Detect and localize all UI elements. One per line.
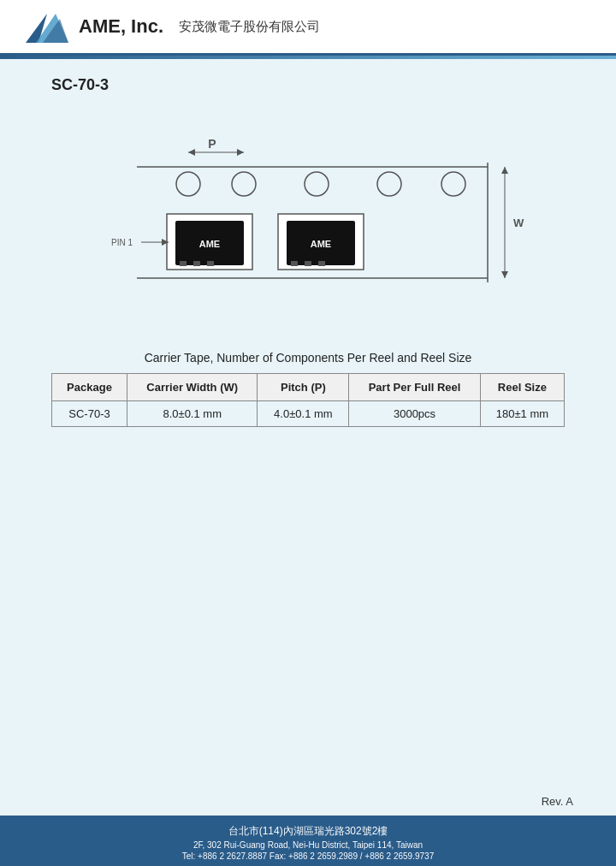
specifications-table: Package Carrier Width (W) Pitch (P) Part… (51, 373, 565, 427)
cell-package: SC-70-3 (52, 401, 127, 427)
svg-rect-19 (207, 261, 214, 266)
package-title: SC-70-3 (51, 76, 565, 94)
svg-marker-11 (188, 149, 195, 156)
col-header-width: Carrier Width (W) (127, 374, 258, 401)
company-logo (26, 10, 68, 43)
svg-rect-17 (180, 261, 187, 266)
cell-width: 8.0±0.1 mm (127, 401, 258, 427)
svg-rect-28 (318, 261, 325, 266)
table-title: Carrier Tape, Number of Components Per R… (51, 351, 565, 365)
page-footer: 台北市(114)內湖區瑞光路302號2樓 2F, 302 Rui-Guang R… (0, 816, 616, 866)
svg-marker-30 (501, 167, 508, 174)
svg-rect-27 (305, 261, 311, 266)
page-header: AME, Inc. 安茂微電子股份有限公司 (0, 0, 616, 56)
diagram-container: P AME PIN 1 AME (51, 111, 565, 325)
svg-text:AME: AME (311, 239, 331, 249)
table-header-row: Package Carrier Width (W) Pitch (P) Part… (52, 374, 565, 401)
table-row: SC-70-3 8.0±0.1 mm 4.0±0.1 mm 3000pcs 18… (52, 401, 565, 427)
cell-pitch: 4.0±0.1 mm (258, 401, 349, 427)
footer-tel: Tel: +886 2 2627.8887 Fax: +886 2 2659.2… (0, 851, 616, 861)
svg-point-5 (176, 172, 200, 196)
cell-reel: 180±1 mm (480, 401, 564, 427)
svg-text:AME: AME (199, 239, 220, 249)
svg-text:PIN 1: PIN 1 (111, 238, 133, 247)
svg-rect-26 (291, 261, 298, 266)
svg-point-6 (232, 172, 256, 196)
footer-en-address: 2F, 302 Rui-Guang Road, Nei-Hu District,… (0, 840, 616, 850)
company-name-en: AME, Inc. (79, 15, 163, 38)
cell-parts: 3000pcs (349, 401, 480, 427)
svg-marker-12 (237, 149, 244, 156)
footer-cn-address: 台北市(114)內湖區瑞光路302號2樓 (0, 824, 616, 839)
col-header-package: Package (52, 374, 127, 401)
carrier-tape-diagram: P AME PIN 1 AME (86, 120, 530, 317)
svg-point-8 (377, 172, 401, 196)
col-header-reel: Reel Size (480, 374, 564, 401)
svg-point-7 (305, 172, 329, 196)
svg-point-9 (441, 172, 465, 196)
svg-text:W: W (513, 216, 524, 229)
col-header-parts: Part Per Full Reel (349, 374, 480, 401)
col-header-pitch: Pitch (P) (258, 374, 349, 401)
main-content: SC-70-3 P AME (0, 59, 616, 444)
svg-text:P: P (208, 137, 216, 151)
svg-marker-31 (501, 271, 508, 278)
svg-rect-18 (193, 261, 200, 266)
company-name-cn: 安茂微電子股份有限公司 (179, 19, 320, 35)
revision-label: Rev. A (542, 795, 573, 808)
